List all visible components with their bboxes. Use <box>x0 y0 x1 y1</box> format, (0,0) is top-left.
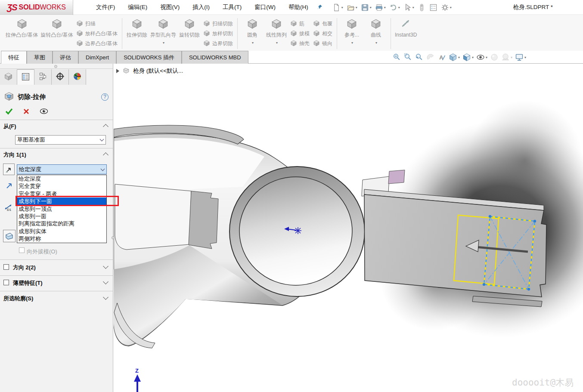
instant3d-button[interactable]: Instant3D <box>394 16 418 51</box>
draft-outward-checkbox[interactable] <box>19 247 25 253</box>
new-document-button[interactable] <box>331 3 344 12</box>
tab-评估[interactable]: 评估 <box>53 51 78 64</box>
curves-button[interactable]: 曲线 <box>364 16 388 51</box>
flyout-featuremanager[interactable]: 枪身 (默认<<默认... <box>116 67 183 75</box>
select-button[interactable] <box>402 3 416 12</box>
end-condition-option-6[interactable]: 到离指定面指定的距离 <box>17 220 106 227</box>
print-button[interactable] <box>374 3 387 12</box>
open-document-button[interactable] <box>345 3 359 12</box>
dropdown-caret-icon[interactable] <box>350 39 353 45</box>
options-form-button[interactable] <box>428 3 439 12</box>
end-condition-option-1[interactable]: 完全贯穿 <box>17 182 106 190</box>
revolved-boss-button[interactable]: 旋转凸台/基体 <box>39 16 74 51</box>
panel-splitter[interactable] <box>0 64 113 69</box>
undo-button[interactable] <box>388 3 401 12</box>
wrap-button[interactable]: 包覆 <box>313 20 332 28</box>
reference-geometry-button[interactable]: 参考... <box>340 16 364 51</box>
end-condition-combobox[interactable]: 给定深度 <box>17 164 107 174</box>
end-condition-option-4[interactable]: 成形到一顶点 <box>17 205 106 213</box>
direction2-expand-icon[interactable] <box>103 263 109 269</box>
sketch-vertex[interactable] <box>533 220 536 222</box>
lofted-cut-button[interactable]: 放样切割 <box>203 30 233 38</box>
end-condition-option-5[interactable]: 成形到一面 <box>17 213 106 220</box>
dropdown-caret-icon[interactable] <box>375 39 377 45</box>
draft-button[interactable] <box>3 230 16 242</box>
pin-menu-icon[interactable] <box>316 4 323 11</box>
ok-button[interactable] <box>5 108 13 116</box>
hole-wizard-button[interactable]: 异型孔向导 <box>149 16 177 51</box>
model-3d-scene[interactable]: Z dooooit@木易 <box>114 64 583 392</box>
menu-插入[interactable]: 插入(I) <box>187 2 215 13</box>
menu-文件[interactable]: 文件(F) <box>90 2 121 13</box>
apply-scene-button[interactable] <box>501 53 512 62</box>
view-settings-button[interactable] <box>515 53 526 62</box>
panel-splitter-handle[interactable] <box>112 236 115 239</box>
hide-show-items-button[interactable] <box>476 53 487 62</box>
tab-草图[interactable]: 草图 <box>27 51 53 64</box>
tab-DimXpert[interactable]: DimXpert <box>78 51 116 64</box>
sketch-vertex[interactable] <box>527 288 530 290</box>
previous-view-button[interactable] <box>415 53 424 62</box>
from-combobox[interactable]: 草图基准面 <box>15 135 106 145</box>
menu-工具[interactable]: 工具(T) <box>217 2 247 13</box>
visibility-toggle-button[interactable] <box>416 3 427 12</box>
dropdown-caret-icon[interactable] <box>251 39 254 45</box>
thin-feature-checkbox[interactable] <box>3 280 9 285</box>
save-button[interactable] <box>360 3 373 12</box>
annotation-view-button[interactable]: A <box>437 53 446 62</box>
panel-tab-feature-tree[interactable] <box>0 69 17 85</box>
view-orientation-button[interactable] <box>449 53 460 62</box>
direction2-checkbox[interactable] <box>3 264 9 270</box>
mirror-button[interactable]: 镜向 <box>313 40 332 48</box>
shell-button[interactable]: 抽壳 <box>290 40 310 48</box>
sketch-vertex[interactable] <box>489 215 491 218</box>
selected-contours-section-header[interactable]: 所选轮廓(S) <box>3 295 33 302</box>
boundary-boss-button[interactable]: 边界凸台/基体 <box>76 40 118 48</box>
end-condition-option-8[interactable]: 两侧对称 <box>17 235 106 242</box>
menu-帮助[interactable]: 帮助(H) <box>283 2 314 13</box>
cancel-button[interactable] <box>23 108 29 116</box>
zoom-area-button[interactable] <box>404 53 412 62</box>
direction2-section-header[interactable]: 方向 2(2) <box>13 264 36 272</box>
end-condition-option-7[interactable]: 成形到实体 <box>17 228 106 235</box>
dropdown-caret-icon[interactable] <box>162 39 164 45</box>
graphics-area[interactable]: Z dooooit@木易 枪身 (默认<<默认... <box>114 64 583 392</box>
selected-contours-expand-icon[interactable] <box>103 294 109 300</box>
from-collapse-icon[interactable] <box>103 124 109 130</box>
fillet-button[interactable]: 圆角 <box>240 16 264 51</box>
intersect-button[interactable]: 相交 <box>313 30 332 38</box>
panel-tab-configuration[interactable] <box>34 69 52 85</box>
revolved-cut-button[interactable]: 旋转切除 <box>177 16 202 51</box>
from-section-header[interactable]: 从(F) <box>3 123 16 130</box>
reverse-direction-button[interactable] <box>3 164 15 175</box>
tab-SOLIDWORKS MBD[interactable]: SOLIDWORKS MBD <box>182 51 248 64</box>
swept-cut-button[interactable]: 扫描切除 <box>203 20 233 28</box>
menu-编辑[interactable]: 编辑(E) <box>122 2 153 13</box>
direction1-section-header[interactable]: 方向 1(1) <box>3 151 26 159</box>
linear-pattern-button[interactable]: 线性阵列 <box>264 16 288 51</box>
extruded-boss-button[interactable]: 拉伸凸台/基体 <box>4 16 39 51</box>
display-style-button[interactable] <box>462 53 474 62</box>
menu-视图[interactable]: 视图(V) <box>155 2 185 13</box>
menu-窗口[interactable]: 窗口(W) <box>249 2 281 13</box>
panel-tab-appearances[interactable] <box>69 69 86 85</box>
direction1-collapse-icon[interactable] <box>103 152 109 158</box>
flyout-expander-icon[interactable] <box>116 69 119 73</box>
rib-button[interactable]: 筋 <box>290 20 310 28</box>
sketch-vertex[interactable] <box>483 283 485 286</box>
panel-tab-dimxpert[interactable] <box>52 69 69 85</box>
lofted-boss-button[interactable]: 放样凸台/基体 <box>76 30 118 38</box>
help-icon[interactable]: ? <box>101 93 109 101</box>
edit-appearance-button[interactable] <box>490 53 499 62</box>
dropdown-caret-icon[interactable] <box>275 39 278 45</box>
draft-button[interactable]: 拔模 <box>290 30 310 38</box>
thin-feature-expand-icon[interactable] <box>103 279 109 284</box>
thin-feature-section-header[interactable]: 薄壁特征(T) <box>13 279 43 287</box>
boundary-cut-button[interactable]: 边界切除 <box>203 40 233 48</box>
end-condition-option-0[interactable]: 给定深度 <box>17 175 106 182</box>
zoom-fit-button[interactable] <box>393 53 401 62</box>
section-view-button[interactable] <box>426 53 435 62</box>
tab-SOLIDWORKS 插件[interactable]: SOLIDWORKS 插件 <box>116 51 182 64</box>
tab-特征[interactable]: 特征 <box>1 51 27 64</box>
extruded-cut-button[interactable]: 拉伸切除 <box>125 16 149 51</box>
